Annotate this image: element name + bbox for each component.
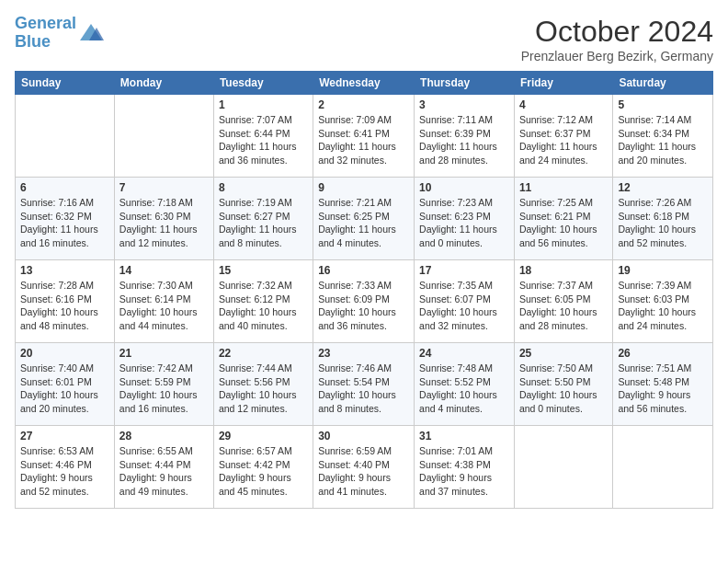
day-content: Sunrise: 7:14 AMSunset: 6:34 PMDaylight:…: [618, 113, 708, 167]
calendar-cell: 31Sunrise: 7:01 AMSunset: 4:38 PMDayligh…: [415, 426, 515, 509]
day-content: Sunrise: 6:57 AMSunset: 4:42 PMDaylight:…: [219, 444, 308, 499]
day-content: Sunrise: 7:21 AMSunset: 6:25 PMDaylight:…: [318, 196, 409, 250]
calendar-cell: 11Sunrise: 7:25 AMSunset: 6:21 PMDayligh…: [514, 178, 612, 260]
day-number: 29: [219, 430, 308, 442]
calendar-cell: 18Sunrise: 7:37 AMSunset: 6:05 PMDayligh…: [514, 260, 612, 343]
weekday-header-thursday: Thursday: [415, 72, 515, 95]
day-content: Sunrise: 7:11 AMSunset: 6:39 PMDaylight:…: [419, 113, 509, 167]
calendar-cell: [16, 95, 115, 178]
week-row-5: 27Sunrise: 6:53 AMSunset: 4:46 PMDayligh…: [16, 426, 713, 509]
week-row-4: 20Sunrise: 7:40 AMSunset: 6:01 PMDayligh…: [16, 343, 713, 426]
day-content: Sunrise: 7:35 AMSunset: 6:07 PMDaylight:…: [419, 279, 509, 333]
day-content: Sunrise: 7:46 AMSunset: 5:54 PMDaylight:…: [318, 362, 409, 416]
day-number: 24: [419, 347, 509, 360]
calendar-cell: 15Sunrise: 7:32 AMSunset: 6:12 PMDayligh…: [213, 260, 313, 343]
weekday-header-tuesday: Tuesday: [213, 72, 313, 95]
day-content: Sunrise: 7:01 AMSunset: 4:38 PMDaylight:…: [419, 444, 509, 499]
calendar-cell: 23Sunrise: 7:46 AMSunset: 5:54 PMDayligh…: [313, 343, 415, 426]
day-number: 15: [219, 264, 308, 277]
weekday-header-sunday: Sunday: [16, 72, 115, 95]
calendar-cell: 3Sunrise: 7:11 AMSunset: 6:39 PMDaylight…: [415, 95, 515, 178]
week-row-3: 13Sunrise: 7:28 AMSunset: 6:16 PMDayligh…: [16, 260, 713, 343]
day-content: Sunrise: 7:42 AMSunset: 5:59 PMDaylight:…: [119, 362, 209, 416]
day-number: 7: [119, 181, 209, 194]
day-number: 1: [219, 98, 308, 111]
day-number: 4: [519, 98, 608, 111]
calendar-cell: 24Sunrise: 7:48 AMSunset: 5:52 PMDayligh…: [415, 343, 515, 426]
day-number: 2: [318, 98, 409, 111]
day-content: Sunrise: 7:25 AMSunset: 6:21 PMDaylight:…: [519, 196, 608, 250]
title-block: October 2024 Prenzlauer Berg Bezirk, Ger…: [521, 15, 713, 63]
calendar-cell: 5Sunrise: 7:14 AMSunset: 6:34 PMDaylight…: [613, 95, 713, 178]
calendar-cell: 30Sunrise: 6:59 AMSunset: 4:40 PMDayligh…: [313, 426, 415, 509]
day-number: 23: [318, 347, 409, 360]
calendar-cell: 28Sunrise: 6:55 AMSunset: 4:44 PMDayligh…: [114, 426, 213, 509]
calendar-cell: 9Sunrise: 7:21 AMSunset: 6:25 PMDaylight…: [313, 178, 415, 260]
day-number: 30: [318, 430, 409, 442]
day-content: Sunrise: 7:23 AMSunset: 6:23 PMDaylight:…: [419, 196, 509, 250]
day-number: 12: [618, 181, 708, 194]
day-content: Sunrise: 7:07 AMSunset: 6:44 PMDaylight:…: [219, 113, 308, 167]
day-number: 21: [119, 347, 209, 360]
day-content: Sunrise: 7:44 AMSunset: 5:56 PMDaylight:…: [219, 362, 308, 416]
day-number: 9: [318, 181, 409, 194]
day-content: Sunrise: 6:55 AMSunset: 4:44 PMDaylight:…: [119, 444, 209, 499]
day-number: 25: [519, 347, 608, 360]
day-number: 20: [20, 347, 109, 360]
calendar-cell: 26Sunrise: 7:51 AMSunset: 5:48 PMDayligh…: [613, 343, 713, 426]
calendar-cell: 10Sunrise: 7:23 AMSunset: 6:23 PMDayligh…: [415, 178, 515, 260]
calendar-cell: [613, 426, 713, 509]
logo: General Blue: [15, 15, 104, 52]
calendar-cell: 22Sunrise: 7:44 AMSunset: 5:56 PMDayligh…: [213, 343, 313, 426]
weekday-header-monday: Monday: [114, 72, 213, 95]
calendar-cell: 25Sunrise: 7:50 AMSunset: 5:50 PMDayligh…: [514, 343, 612, 426]
calendar-cell: 4Sunrise: 7:12 AMSunset: 6:37 PMDaylight…: [514, 95, 612, 178]
calendar-cell: 1Sunrise: 7:07 AMSunset: 6:44 PMDaylight…: [213, 95, 313, 178]
day-number: 16: [318, 264, 409, 277]
week-row-2: 6Sunrise: 7:16 AMSunset: 6:32 PMDaylight…: [16, 178, 713, 260]
day-number: 5: [618, 98, 708, 111]
day-number: 26: [618, 347, 708, 360]
calendar-cell: 19Sunrise: 7:39 AMSunset: 6:03 PMDayligh…: [613, 260, 713, 343]
day-number: 17: [419, 264, 509, 277]
weekday-header-wednesday: Wednesday: [313, 72, 415, 95]
day-content: Sunrise: 7:28 AMSunset: 6:16 PMDaylight:…: [20, 279, 109, 333]
day-content: Sunrise: 7:50 AMSunset: 5:50 PMDaylight:…: [519, 362, 608, 416]
calendar-cell: 12Sunrise: 7:26 AMSunset: 6:18 PMDayligh…: [613, 178, 713, 260]
day-number: 11: [519, 181, 608, 194]
calendar-cell: 27Sunrise: 6:53 AMSunset: 4:46 PMDayligh…: [16, 426, 115, 509]
calendar-cell: 7Sunrise: 7:18 AMSunset: 6:30 PMDaylight…: [114, 178, 213, 260]
calendar-cell: 6Sunrise: 7:16 AMSunset: 6:32 PMDaylight…: [16, 178, 115, 260]
day-number: 10: [419, 181, 509, 194]
day-number: 13: [20, 264, 109, 277]
day-number: 6: [20, 181, 109, 194]
day-content: Sunrise: 7:37 AMSunset: 6:05 PMDaylight:…: [519, 279, 608, 333]
calendar-cell: 13Sunrise: 7:28 AMSunset: 6:16 PMDayligh…: [16, 260, 115, 343]
logo-icon: [78, 20, 104, 46]
calendar-cell: 14Sunrise: 7:30 AMSunset: 6:14 PMDayligh…: [114, 260, 213, 343]
day-number: 18: [519, 264, 608, 277]
day-number: 3: [419, 98, 509, 111]
page: General Blue October 2024 Prenzlauer Ber…: [0, 0, 728, 523]
day-content: Sunrise: 7:30 AMSunset: 6:14 PMDaylight:…: [119, 279, 209, 333]
day-content: Sunrise: 7:32 AMSunset: 6:12 PMDaylight:…: [219, 279, 308, 333]
day-number: 8: [219, 181, 308, 194]
day-content: Sunrise: 6:53 AMSunset: 4:46 PMDaylight:…: [20, 444, 109, 499]
day-content: Sunrise: 7:12 AMSunset: 6:37 PMDaylight:…: [519, 113, 608, 167]
calendar-cell: 17Sunrise: 7:35 AMSunset: 6:07 PMDayligh…: [415, 260, 515, 343]
day-content: Sunrise: 7:48 AMSunset: 5:52 PMDaylight:…: [419, 362, 509, 416]
month-title: October 2024: [521, 15, 713, 49]
calendar-cell: [514, 426, 612, 509]
calendar-table: SundayMondayTuesdayWednesdayThursdayFrid…: [15, 71, 713, 509]
day-content: Sunrise: 7:33 AMSunset: 6:09 PMDaylight:…: [318, 279, 409, 333]
day-number: 22: [219, 347, 308, 360]
location: Prenzlauer Berg Bezirk, Germany: [521, 49, 713, 63]
day-content: Sunrise: 7:51 AMSunset: 5:48 PMDaylight:…: [618, 362, 708, 416]
weekday-header-friday: Friday: [514, 72, 612, 95]
day-number: 31: [419, 430, 509, 442]
day-content: Sunrise: 7:26 AMSunset: 6:18 PMDaylight:…: [618, 196, 708, 250]
weekday-header-row: SundayMondayTuesdayWednesdayThursdayFrid…: [16, 72, 713, 95]
day-content: Sunrise: 7:19 AMSunset: 6:27 PMDaylight:…: [219, 196, 308, 250]
calendar-cell: 21Sunrise: 7:42 AMSunset: 5:59 PMDayligh…: [114, 343, 213, 426]
day-content: Sunrise: 6:59 AMSunset: 4:40 PMDaylight:…: [318, 444, 409, 499]
